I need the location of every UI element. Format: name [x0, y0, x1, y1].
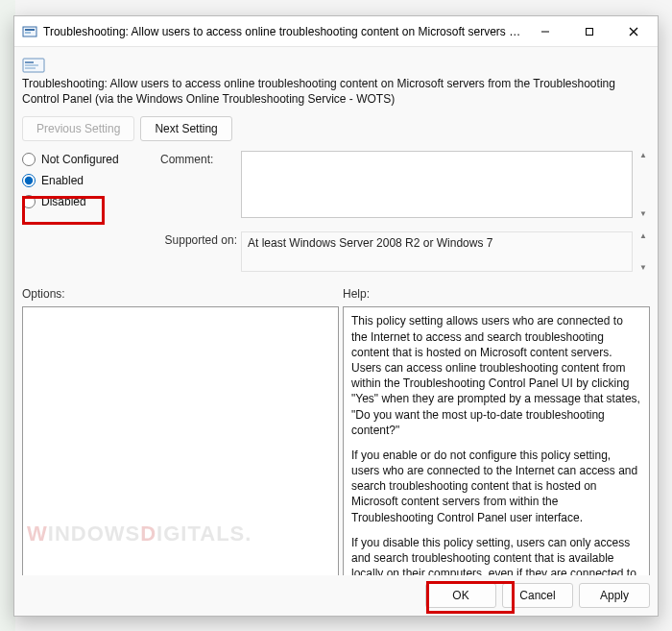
comment-textarea[interactable]	[241, 151, 633, 218]
watermark: WINDOWSDIGITALS.	[27, 522, 252, 546]
supported-scrollbar[interactable]: ▲ ▼	[636, 231, 650, 272]
radio-not-configured-input[interactable]	[22, 153, 36, 166]
supported-on-text: At least Windows Server 2008 R2 or Windo…	[241, 231, 633, 272]
radio-enabled[interactable]: Enabled	[22, 174, 156, 187]
content-area: Troubleshooting: Allow users to access o…	[14, 47, 658, 575]
comment-scrollbar[interactable]: ▲ ▼	[636, 151, 650, 218]
nav-row: Previous Setting Next Setting	[22, 114, 650, 151]
state-radios: Not Configured Enabled Disabled	[22, 151, 156, 272]
help-column: Help: This policy setting allows users w…	[343, 287, 650, 575]
apply-button[interactable]: Apply	[579, 583, 650, 608]
radio-disabled[interactable]: Disabled	[22, 195, 156, 208]
help-paragraph: This policy setting allows users who are…	[351, 313, 641, 438]
policy-icon	[22, 24, 37, 39]
radio-label: Enabled	[41, 174, 84, 187]
dialog-footer: OK Cancel Apply	[14, 575, 658, 616]
options-label: Options:	[22, 287, 339, 301]
svg-rect-2	[25, 32, 31, 34]
close-button[interactable]	[612, 16, 656, 46]
radio-disabled-input[interactable]	[22, 195, 36, 208]
titlebar: Troubleshooting: Allow users to access o…	[14, 16, 658, 47]
help-paragraph: If you disable this policy setting, user…	[351, 535, 641, 575]
comment-label: Comment:	[160, 151, 237, 218]
previous-setting-button[interactable]: Previous Setting	[22, 116, 134, 141]
svg-rect-1	[25, 29, 35, 31]
description-row: Troubleshooting: Allow users to access o…	[22, 51, 650, 114]
settings-grid: Not Configured Enabled Disabled Comment:…	[22, 151, 650, 272]
supported-label: Supported on:	[160, 231, 237, 272]
cancel-button[interactable]: Cancel	[502, 583, 573, 608]
scroll-up-icon: ▲	[639, 231, 647, 240]
scroll-up-icon: ▲	[639, 151, 647, 159]
radio-not-configured[interactable]: Not Configured	[22, 153, 156, 166]
scroll-down-icon: ▼	[639, 209, 647, 218]
window-title: Troubleshooting: Allow users to access o…	[43, 25, 523, 38]
radio-label: Disabled	[41, 195, 86, 208]
help-paragraph: If you enable or do not configure this p…	[351, 448, 641, 525]
scroll-down-icon: ▼	[639, 263, 647, 272]
radio-enabled-input[interactable]	[22, 174, 36, 187]
ok-button[interactable]: OK	[425, 583, 496, 608]
window-controls	[523, 16, 656, 46]
next-setting-button[interactable]: Next Setting	[140, 116, 231, 141]
policy-description: Troubleshooting: Allow users to access o…	[22, 55, 650, 107]
minimize-button[interactable]	[523, 16, 567, 46]
radio-label: Not Configured	[41, 153, 119, 166]
help-label: Help:	[343, 287, 650, 301]
svg-rect-4	[587, 28, 593, 35]
help-panel[interactable]: This policy setting allows users who are…	[343, 306, 650, 575]
maximize-button[interactable]	[567, 16, 612, 46]
